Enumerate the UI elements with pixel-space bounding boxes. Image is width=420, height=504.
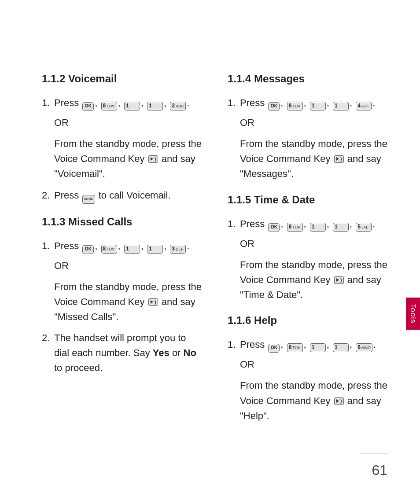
missed-calls-steps: 1. Press OK, 8TUV, 1, 1, 3DEF. OR From t…	[42, 239, 203, 376]
key-8-icon: 8TUV	[287, 223, 303, 232]
or-text: OR	[240, 115, 389, 130]
key-1-icon: 1	[124, 102, 140, 110]
send-key-icon: SEND	[82, 195, 95, 204]
key-1-icon: 1	[333, 223, 349, 232]
left-column: 1.1.2 Voicemail 1. Press OK, 8TUV, 1, 1,…	[42, 70, 203, 431]
voice-command-key-icon	[334, 155, 344, 163]
footer-rule	[360, 453, 387, 453]
or-text: OR	[240, 236, 389, 251]
section-title-messages: 1.1.4 Messages	[228, 70, 389, 87]
key-1-icon: 1	[124, 245, 140, 254]
key-1-icon: 1	[147, 102, 163, 110]
help-step-1: 1. Press OK, 8TUV, 1, 1, 6MNO. OR From t…	[228, 337, 389, 423]
voicemail-steps: 1. Press OK, 8TUV, 1, 1, 2ABC. OR From t…	[42, 96, 203, 203]
timedate-step-1: 1. Press OK, 8TUV, 1, 1, 5JKL. OR From t…	[228, 217, 389, 302]
timedate-steps: 1. Press OK, 8TUV, 1, 1, 5JKL. OR From t…	[228, 217, 389, 302]
key-4-icon: 4GHI	[356, 102, 372, 110]
yes-bold: Yes	[153, 347, 169, 358]
key-5-icon: 5JKL	[356, 223, 372, 232]
key-sequence: OK, 8TUV, 1, 1, 5JKL.	[267, 218, 375, 229]
voice-command-instruction: From the standby mode, press the Voice C…	[240, 136, 389, 181]
key-1-icon: 1	[310, 102, 326, 110]
key-1-icon: 1	[310, 343, 326, 352]
or-text: OR	[54, 258, 203, 273]
manual-page: 1.1.2 Voicemail 1. Press OK, 8TUV, 1, 1,…	[0, 0, 420, 504]
right-column: 1.1.4 Messages 1. Press OK, 8TUV, 1, 1, …	[228, 70, 389, 431]
key-8-icon: 8TUV	[101, 102, 117, 110]
key-3-icon: 3DEF	[170, 245, 186, 254]
step-number: 1.	[228, 337, 236, 352]
voice-command-key-icon	[148, 298, 158, 306]
side-tab-tools: Tools	[406, 298, 420, 330]
side-tab-strip: Tools	[406, 298, 420, 330]
section-title-voicemail: 1.1.2 Voicemail	[42, 70, 203, 87]
section-title-missed-calls: 1.1.3 Missed Calls	[42, 213, 203, 230]
step-number: 2.	[42, 188, 50, 203]
or-text: OR	[54, 115, 203, 130]
press-text: Press	[54, 97, 81, 108]
voice-command-key-icon	[334, 276, 344, 284]
key-8-icon: 8TUV	[287, 102, 303, 110]
missed-step-2: 2. The handset will prompt you to dial e…	[42, 331, 203, 375]
key-6-icon: 6MNO	[356, 343, 372, 352]
messages-step-1: 1. Press OK, 8TUV, 1, 1, 4GHI. OR From t…	[228, 96, 389, 181]
key-sequence: OK, 8TUV, 1, 1, 3DEF.	[81, 240, 189, 251]
help-steps: 1. Press OK, 8TUV, 1, 1, 6MNO. OR From t…	[228, 337, 389, 423]
step-number: 1.	[228, 96, 236, 110]
content-columns: 1.1.2 Voicemail 1. Press OK, 8TUV, 1, 1,…	[42, 70, 389, 431]
or-text: OR	[240, 357, 389, 372]
key-8-icon: 8TUV	[287, 343, 303, 352]
ok-key-icon: OK	[82, 245, 94, 254]
ok-key-icon: OK	[82, 102, 94, 111]
key-2-icon: 2ABC	[170, 102, 186, 110]
step-number: 1.	[228, 217, 236, 232]
step-number: 1.	[42, 96, 50, 110]
section-title-help: 1.1.6 Help	[228, 312, 389, 328]
messages-steps: 1. Press OK, 8TUV, 1, 1, 4GHI. OR From t…	[228, 96, 389, 181]
voice-command-instruction: From the standby mode, press the Voice C…	[240, 378, 389, 423]
ok-key-icon: OK	[268, 102, 280, 111]
no-bold: No	[184, 347, 196, 358]
ok-key-icon: OK	[268, 223, 280, 232]
voicemail-step-1: 1. Press OK, 8TUV, 1, 1, 2ABC. OR From t…	[42, 96, 203, 181]
step-number: 1.	[42, 239, 50, 254]
voice-command-instruction: From the standby mode, press the Voice C…	[54, 136, 203, 181]
voice-command-instruction: From the standby mode, press the Voice C…	[54, 280, 203, 324]
voice-command-key-icon	[334, 397, 344, 405]
key-sequence: OK, 8TUV, 1, 1, 6MNO.	[267, 339, 376, 350]
ok-key-icon: OK	[268, 344, 280, 353]
voice-command-key-icon	[148, 155, 158, 163]
key-1-icon: 1	[333, 102, 349, 110]
key-1-icon: 1	[333, 343, 349, 352]
page-number: 61	[372, 462, 387, 478]
voicemail-step-2: 2. Press SEND to call Voicemail.	[42, 188, 203, 204]
key-sequence: OK, 8TUV, 1, 1, 2ABC.	[81, 97, 189, 108]
step-number: 2.	[42, 331, 50, 346]
missed-step-1: 1. Press OK, 8TUV, 1, 1, 3DEF. OR From t…	[42, 239, 203, 324]
voice-command-instruction: From the standby mode, press the Voice C…	[240, 258, 389, 302]
key-1-icon: 1	[147, 245, 163, 254]
key-1-icon: 1	[310, 223, 326, 232]
section-title-time-date: 1.1.5 Time & Date	[228, 191, 389, 208]
key-sequence: OK, 8TUV, 1, 1, 4GHI.	[267, 97, 375, 108]
key-8-icon: 8TUV	[101, 245, 117, 254]
